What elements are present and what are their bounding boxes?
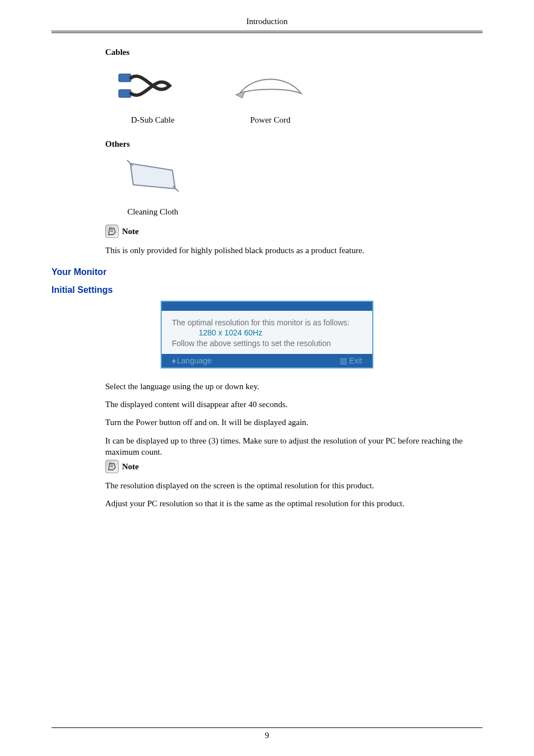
note-block-2: Note — [105, 460, 483, 473]
cleaning-cloth-item: Cleaning Cloth — [105, 153, 200, 217]
osd-body: The optimal resolution for this monitor … — [162, 311, 372, 354]
cables-row: D-Sub Cable Power Cord — [105, 62, 483, 125]
power-cord-image — [223, 62, 318, 110]
page-header-title: Introduction — [51, 17, 483, 30]
note-icon — [105, 460, 119, 473]
initial-settings-heading: Initial Settings — [51, 285, 483, 295]
osd-exit: ▥ Exit — [340, 356, 362, 365]
osd-line2: Follow the above settings to set the res… — [172, 338, 362, 348]
note2-p1: The resolution displayed on the screen i… — [105, 480, 483, 491]
your-monitor-heading: Your Monitor — [51, 267, 483, 277]
power-cord-caption: Power Cord — [223, 115, 318, 125]
note-block-1: Note — [105, 225, 483, 238]
osd-dialog: The optimal resolution for this monitor … — [161, 301, 373, 368]
note-icon — [105, 225, 119, 238]
note2-p2: Adjust your PC resolution so that it is … — [105, 498, 483, 509]
osd-titlebar — [162, 302, 372, 311]
updown-icon: ♦ — [172, 356, 175, 365]
exit-icon: ▥ — [340, 356, 347, 365]
others-heading: Others — [105, 139, 483, 149]
body-p3: Turn the Power button off and on. It wil… — [105, 417, 483, 428]
body-p2: The displayed content will disappear aft… — [105, 399, 483, 410]
cables-heading: Cables — [105, 48, 483, 57]
osd-resolution: 1280 x 1024 60Hz — [199, 328, 362, 338]
page-number: 9 — [51, 731, 483, 740]
page-footer: 9 — [51, 727, 483, 740]
others-row: Cleaning Cloth — [105, 153, 483, 217]
cable-item-power: Power Cord — [223, 62, 318, 125]
cleaning-cloth-caption: Cleaning Cloth — [105, 207, 200, 217]
body-p4: It can be displayed up to three (3) time… — [105, 435, 483, 458]
osd-language: ♦ Language — [172, 356, 212, 365]
svg-line-2 — [127, 160, 133, 166]
header-rule — [51, 31, 483, 33]
note-label-2: Note — [122, 462, 139, 472]
note-label-1: Note — [122, 227, 139, 236]
osd-footer: ♦ Language ▥ Exit — [162, 354, 372, 367]
footer-rule — [51, 727, 483, 728]
dsub-cable-caption: D-Sub Cable — [105, 115, 200, 125]
body-p1: Select the language using the up or down… — [105, 381, 483, 392]
note1-text: This is only provided for highly polishe… — [105, 245, 483, 256]
dsub-cable-image — [105, 62, 200, 110]
cleaning-cloth-image — [105, 153, 200, 202]
svg-rect-1 — [119, 90, 131, 97]
osd-line1: The optimal resolution for this monitor … — [172, 318, 362, 328]
cable-item-dsub: D-Sub Cable — [105, 62, 200, 125]
svg-rect-0 — [119, 74, 131, 82]
